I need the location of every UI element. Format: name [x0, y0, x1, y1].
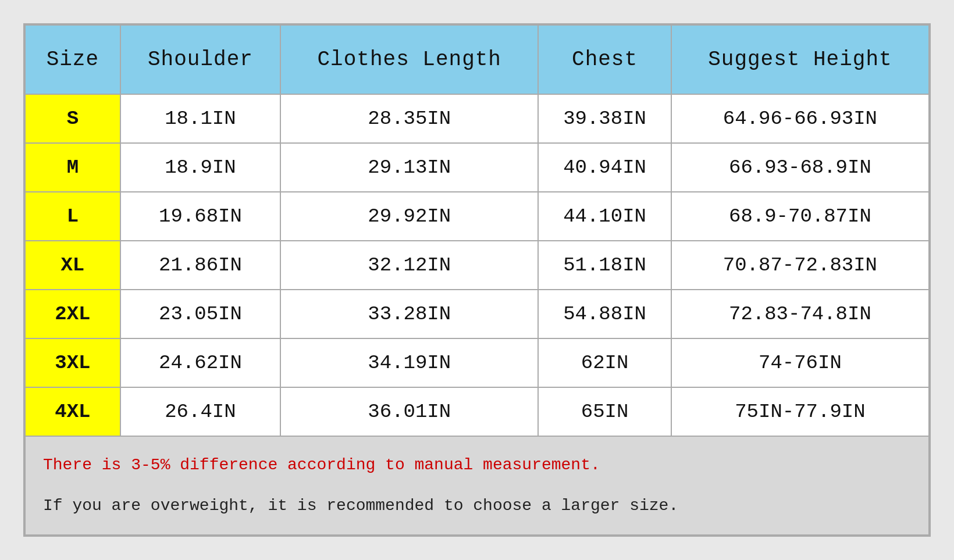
table-row: S18.1IN28.35IN39.38IN64.96-66.93IN: [25, 94, 929, 143]
size-cell: M: [25, 143, 120, 192]
size-cell: 3XL: [25, 338, 120, 387]
col-header-size: Size: [25, 25, 120, 94]
table-row: XL21.86IN32.12IN51.18IN70.87-72.83IN: [25, 241, 929, 290]
height-cell: 75IN-77.9IN: [671, 387, 929, 436]
length-cell: 34.19IN: [280, 338, 538, 387]
shoulder-cell: 18.1IN: [120, 94, 280, 143]
shoulder-cell: 24.62IN: [120, 338, 280, 387]
height-cell: 64.96-66.93IN: [671, 94, 929, 143]
chest-cell: 51.18IN: [538, 241, 671, 290]
size-cell: XL: [25, 241, 120, 290]
col-header-shoulder: Shoulder: [120, 25, 280, 94]
size-cell: S: [25, 94, 120, 143]
chest-cell: 39.38IN: [538, 94, 671, 143]
shoulder-cell: 21.86IN: [120, 241, 280, 290]
footer-section: There is 3-5% difference according to ma…: [24, 437, 930, 536]
chest-cell: 65IN: [538, 387, 671, 436]
size-cell: 4XL: [25, 387, 120, 436]
length-cell: 29.92IN: [280, 192, 538, 241]
footer-note-measurement: There is 3-5% difference according to ma…: [43, 453, 911, 477]
length-cell: 29.13IN: [280, 143, 538, 192]
height-cell: 66.93-68.9IN: [671, 143, 929, 192]
shoulder-cell: 26.4IN: [120, 387, 280, 436]
shoulder-cell: 18.9IN: [120, 143, 280, 192]
table-row: 3XL24.62IN34.19IN62IN74-76IN: [25, 338, 929, 387]
chest-cell: 54.88IN: [538, 290, 671, 338]
length-cell: 33.28IN: [280, 290, 538, 338]
table-row: L19.68IN29.92IN44.10IN68.9-70.87IN: [25, 192, 929, 241]
footer-note-overweight: If you are overweight, it is recommended…: [43, 494, 911, 518]
table-row: 4XL26.4IN36.01IN65IN75IN-77.9IN: [25, 387, 929, 436]
size-cell: L: [25, 192, 120, 241]
col-header-height: Suggest Height: [671, 25, 929, 94]
table-row: M18.9IN29.13IN40.94IN66.93-68.9IN: [25, 143, 929, 192]
col-header-chest: Chest: [538, 25, 671, 94]
col-header-length: Clothes Length: [280, 25, 538, 94]
length-cell: 28.35IN: [280, 94, 538, 143]
height-cell: 72.83-74.8IN: [671, 290, 929, 338]
height-cell: 68.9-70.87IN: [671, 192, 929, 241]
chest-cell: 44.10IN: [538, 192, 671, 241]
size-cell: 2XL: [25, 290, 120, 338]
size-chart-wrapper: Size Shoulder Clothes Length Chest Sugge…: [23, 23, 931, 537]
shoulder-cell: 19.68IN: [120, 192, 280, 241]
size-chart-table: Size Shoulder Clothes Length Chest Sugge…: [24, 24, 930, 437]
length-cell: 36.01IN: [280, 387, 538, 436]
shoulder-cell: 23.05IN: [120, 290, 280, 338]
height-cell: 70.87-72.83IN: [671, 241, 929, 290]
length-cell: 32.12IN: [280, 241, 538, 290]
chest-cell: 62IN: [538, 338, 671, 387]
header-row: Size Shoulder Clothes Length Chest Sugge…: [25, 25, 929, 94]
height-cell: 74-76IN: [671, 338, 929, 387]
table-row: 2XL23.05IN33.28IN54.88IN72.83-74.8IN: [25, 290, 929, 338]
chest-cell: 40.94IN: [538, 143, 671, 192]
